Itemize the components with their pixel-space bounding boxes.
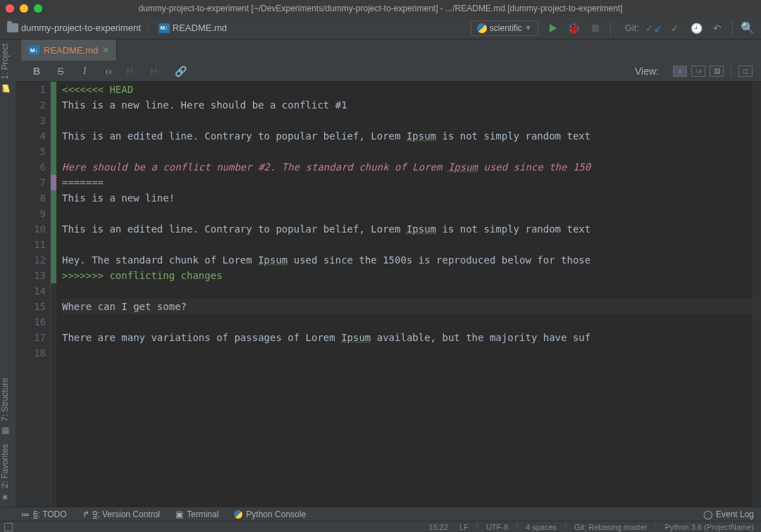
breadcrumb-file[interactable]: M↓ README.md bbox=[159, 23, 227, 33]
code-line[interactable]: Here should be a conflict number #2. The… bbox=[62, 159, 755, 175]
toolwindow-todo[interactable]: ≔ 6: TODO bbox=[21, 509, 67, 519]
code-content[interactable]: <<<<<<< HEADThis is a new line. Here sho… bbox=[56, 82, 761, 507]
header-up-button[interactable]: H↑ bbox=[149, 66, 163, 77]
status-indent[interactable]: 4 spaces bbox=[526, 523, 557, 531]
code-line[interactable]: This is a new line. Here should be a con… bbox=[62, 97, 755, 113]
diff-marker bbox=[51, 268, 56, 283]
git-history-button[interactable]: 🕘 bbox=[690, 22, 703, 35]
code-line[interactable]: Where can I get some? bbox=[62, 299, 755, 314]
toggle-toolwindows-icon[interactable] bbox=[4, 523, 13, 531]
markdown-icon: M↓ bbox=[28, 45, 39, 55]
markdown-toolbar: B S I ‹› H↓ H↑ 🔗 View: ≡ ⫶≡ 🖼 ◫ bbox=[0, 61, 761, 82]
line-number: 1 bbox=[20, 82, 46, 97]
toolwindow-terminal[interactable]: ▣ Terminal bbox=[175, 509, 218, 519]
view-split-button[interactable]: ⫶≡ bbox=[691, 66, 705, 77]
line-number: 11 bbox=[20, 237, 46, 252]
italic-button[interactable]: I bbox=[78, 66, 92, 77]
strikethrough-button[interactable]: S bbox=[54, 66, 68, 77]
header-down-button[interactable]: H↓ bbox=[125, 66, 140, 77]
code-line[interactable]: There are many variations of passages of… bbox=[62, 330, 755, 345]
diff-marker bbox=[51, 314, 56, 330]
toolwindow-favorites[interactable]: ★2: Favorites bbox=[0, 440, 10, 507]
line-number: 10 bbox=[20, 221, 46, 237]
line-number: 2 bbox=[20, 97, 46, 113]
code-line[interactable]: This is an edited line. Contrary to popu… bbox=[62, 221, 755, 237]
folder-icon: 📁 bbox=[0, 84, 11, 94]
view-label: View: bbox=[635, 66, 659, 77]
code-line[interactable] bbox=[62, 283, 755, 299]
separator bbox=[731, 66, 731, 77]
code-line[interactable] bbox=[62, 206, 755, 221]
left-tool-strip: 📁1: Project ▦7: Structure ★2: Favorites bbox=[0, 39, 16, 507]
status-bar: 15:22 LF⇡ UTF-8⇡ 4 spaces⇡ Git: Rebasing… bbox=[0, 521, 761, 532]
diff-marker bbox=[51, 128, 56, 144]
code-line[interactable]: ======= bbox=[62, 175, 755, 190]
toolwindow-event-log[interactable]: ◯ Event Log bbox=[703, 509, 754, 519]
debug-button[interactable]: 🐞 bbox=[568, 22, 581, 35]
toolwindow-structure[interactable]: ▦7: Structure bbox=[0, 373, 10, 440]
diff-marker bbox=[51, 252, 56, 268]
diff-marker bbox=[51, 82, 56, 97]
line-number: 5 bbox=[20, 144, 46, 159]
diff-marker bbox=[51, 175, 56, 190]
separator bbox=[610, 21, 611, 35]
editor-area[interactable]: 123456789101112131415161718 <<<<<<< HEAD… bbox=[16, 82, 761, 507]
view-layout-button[interactable]: ◫ bbox=[738, 66, 753, 77]
window-minimize-icon[interactable] bbox=[20, 4, 28, 13]
code-line[interactable]: Hey. The standard chunk of Lorem Ipsum u… bbox=[62, 252, 755, 268]
diff-marker bbox=[51, 206, 56, 221]
code-line[interactable]: <<<<<<< HEAD bbox=[62, 82, 755, 97]
search-button[interactable]: 🔍 bbox=[741, 22, 754, 35]
link-button[interactable]: 🔗 bbox=[173, 66, 187, 77]
tab-readme[interactable]: M↓ README.md ✕ bbox=[21, 39, 117, 61]
chevron-down-icon: ▼ bbox=[525, 24, 532, 32]
window-maximize-icon[interactable] bbox=[34, 4, 42, 13]
code-line[interactable] bbox=[62, 113, 755, 128]
status-line-sep[interactable]: LF bbox=[459, 523, 469, 531]
toolwindow-python-console[interactable]: Python Console bbox=[234, 509, 306, 519]
run-config-label: scientific bbox=[490, 23, 522, 33]
code-line[interactable] bbox=[62, 314, 755, 330]
git-update-button[interactable]: ✓↙ bbox=[648, 22, 660, 35]
diff-marker bbox=[51, 144, 56, 159]
python-icon bbox=[477, 23, 487, 33]
window-close-icon[interactable] bbox=[6, 4, 14, 13]
line-number: 13 bbox=[20, 268, 46, 283]
run-button[interactable] bbox=[547, 22, 559, 35]
editor-tabs: M↓ README.md ✕ bbox=[0, 39, 761, 61]
code-line[interactable]: This is a new line! bbox=[62, 190, 755, 206]
error-stripe[interactable] bbox=[753, 82, 761, 507]
line-number: 12 bbox=[20, 252, 46, 268]
code-button[interactable]: ‹› bbox=[101, 66, 116, 77]
diff-marker bbox=[51, 113, 56, 128]
line-number: 6 bbox=[20, 159, 46, 175]
diff-marker bbox=[51, 299, 56, 314]
status-encoding[interactable]: UTF-8 bbox=[486, 523, 508, 531]
toolwindow-project[interactable]: 📁1: Project bbox=[0, 39, 10, 99]
git-revert-button[interactable]: ↶ bbox=[711, 22, 724, 35]
breadcrumb-project[interactable]: dummy-project-to-experiment bbox=[7, 23, 141, 33]
line-number: 3 bbox=[20, 113, 46, 128]
status-python[interactable]: Python 3.6 (ProjectName) bbox=[664, 523, 754, 531]
status-git[interactable]: Git: Rebasing master bbox=[574, 523, 647, 531]
code-line[interactable]: >>>>>>> conflicting changes bbox=[62, 268, 755, 283]
bold-button[interactable]: B bbox=[30, 66, 44, 77]
code-line[interactable] bbox=[62, 237, 755, 252]
folder-icon bbox=[7, 23, 18, 32]
breadcrumb: dummy-project-to-experiment 〉 M↓ README.… bbox=[7, 22, 227, 35]
diff-marker bbox=[51, 330, 56, 345]
close-icon[interactable]: ✕ bbox=[102, 45, 109, 55]
code-line[interactable] bbox=[62, 345, 755, 361]
play-icon bbox=[550, 24, 557, 32]
diff-marker bbox=[51, 159, 56, 175]
titlebar: dummy-project-to-experiment [~/DevExperi… bbox=[0, 0, 761, 17]
toolwindow-version-control[interactable]: ↱ 9: Version Control bbox=[82, 509, 160, 519]
line-number-gutter: 123456789101112131415161718 bbox=[16, 82, 51, 507]
run-configuration-selector[interactable]: scientific ▼ bbox=[471, 20, 538, 36]
view-preview-button[interactable]: 🖼 bbox=[710, 66, 724, 77]
git-commit-button[interactable]: ✓ bbox=[669, 22, 681, 35]
code-line[interactable]: This is an edited line. Contrary to popu… bbox=[62, 128, 755, 144]
star-icon: ★ bbox=[0, 493, 10, 502]
code-line[interactable] bbox=[62, 144, 755, 159]
view-editor-button[interactable]: ≡ bbox=[673, 66, 687, 77]
